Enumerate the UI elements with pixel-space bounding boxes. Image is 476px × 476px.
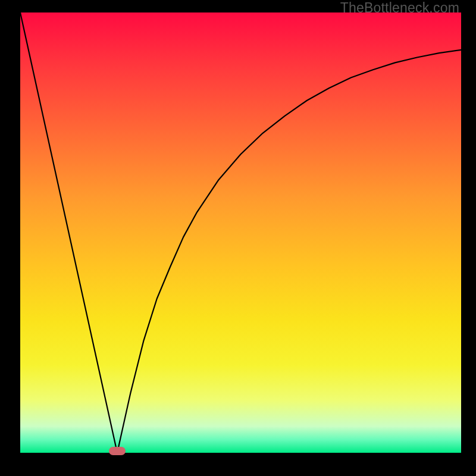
chart-plot-area [20, 12, 461, 453]
watermark-text: TheBottleneck.com [340, 0, 459, 16]
chart-curve [20, 12, 461, 453]
chart-minimum-marker [109, 447, 126, 455]
